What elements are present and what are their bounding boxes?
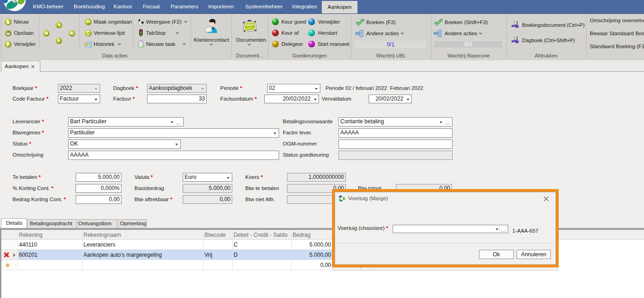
svg-text:a: a <box>14 0 17 4</box>
